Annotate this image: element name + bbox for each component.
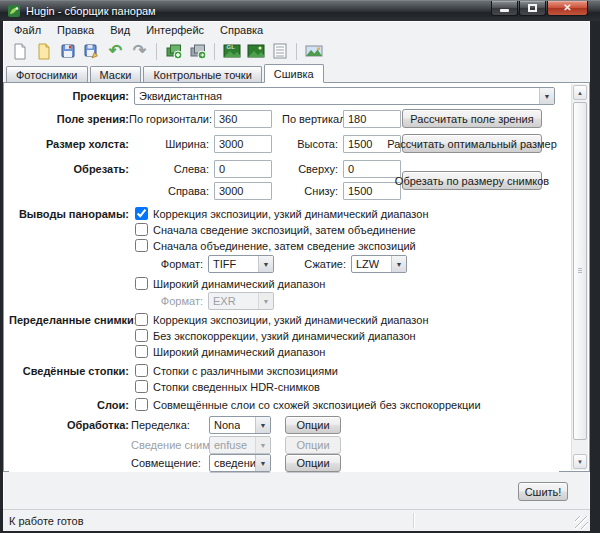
hugin-window: Hugin - сборщик панорам ✕ Файл Правка Ви… [0,0,600,533]
menu-interface[interactable]: Интерфейс [138,22,212,38]
minimize-button[interactable] [491,1,518,16]
crop-top-label: Сверху: [282,163,338,175]
fov-vertical-input[interactable] [343,110,401,128]
compression-combo[interactable]: LZW ▼ [351,255,407,273]
stacks-varied-exposure-checkbox[interactable] [135,364,148,377]
hdr-format-row: Формат: EXR ▼ [9,292,559,310]
toolbar-separator [214,43,215,60]
crop-bottom-input[interactable] [343,182,401,200]
gl-badge: GL [227,44,235,50]
output-hdr-checkbox[interactable] [135,277,148,290]
format-combo[interactable]: TIFF ▼ [208,255,274,273]
menu-bar: Файл Правка Вид Интерфейс Справка [3,21,590,39]
add-image-icon[interactable] [162,40,185,62]
fov-horizontal-label: По горизонтали: [129,113,209,125]
blender-combo[interactable]: сведение ▼ [209,454,271,472]
crop-right-input[interactable] [214,182,272,200]
panorama-preview-icon[interactable] [302,40,325,62]
output-exposure-corrected-checkbox[interactable] [135,207,148,220]
image-fusion-options-button: Опции [285,436,341,454]
menu-file[interactable]: Файл [6,22,49,38]
tab-masks[interactable]: Маски [90,66,142,82]
toolbar-separator [156,43,157,60]
open-project-icon[interactable] [32,40,55,62]
tab-photos[interactable]: Фотоснимки [6,66,88,82]
save-project-as-icon[interactable] [80,40,103,62]
close-icon: ✕ [563,3,571,13]
redo-icon[interactable]: ↷ [128,40,151,62]
chevron-down-icon: ▼ [255,417,270,433]
menu-edit[interactable]: Правка [49,22,102,38]
calculate-fov-button[interactable]: Рассчитать поле зрения [402,109,542,128]
menu-view[interactable]: Вид [102,22,138,38]
processing-label: Обработка: [9,419,129,431]
crop-top-input[interactable] [343,160,401,178]
crop-left-input[interactable] [214,160,272,178]
scrollbar-thumb[interactable] [573,102,587,440]
new-project-icon[interactable] [8,40,31,62]
save-project-icon[interactable] [56,40,79,62]
crop-to-images-button[interactable]: Обрезать по размеру снимков [402,171,542,190]
layers-similar-exposure-checkbox[interactable] [135,398,148,411]
processing-fusion-row: Сведение снимков: enfuse ▼ Опции [9,436,559,454]
toolbar: ↶ ↷ GL [3,39,590,63]
statusbar-separator [413,513,414,528]
format-label: Формат: [129,258,203,270]
remapper-options-button[interactable]: Опции [285,416,341,434]
tab-control-points[interactable]: Контрольные точки [143,66,261,82]
crop-right-label: Справа: [129,185,209,197]
remapped-exposure-corrected-checkbox[interactable] [135,313,148,326]
compression-label: Сжатие: [276,258,346,270]
fov-horizontal-input[interactable] [214,110,272,128]
processing-remapper-row: Обработка: Переделка: Nona ▼ Опции [9,416,559,434]
layers-label: Слои: [9,399,129,411]
menu-help[interactable]: Справка [212,22,271,38]
canvas-size-label: Размер холста: [9,138,129,150]
stacks-label: Сведённые стопки: [9,365,129,377]
scroll-up-arrow-icon[interactable]: ▲ [573,85,587,100]
window-title: Hugin - сборщик панорам [26,5,156,17]
window-controls: ✕ [490,1,588,16]
toolbar-separator [296,43,297,60]
remapper-combo[interactable]: Nona ▼ [209,416,271,434]
remapped-hdr-checkbox[interactable] [135,345,148,358]
undo-icon[interactable]: ↶ [104,40,127,62]
chevron-down-icon: ▼ [539,88,554,104]
canvas-height-label: Высота: [282,138,338,150]
stacks-fused-hdr-checkbox[interactable] [135,380,148,393]
output-fused-then-blended-checkbox[interactable] [135,223,148,236]
scroll-down-arrow-icon[interactable]: ▼ [573,454,587,469]
tab-stitcher[interactable]: Сшивка [264,64,324,83]
fov-vertical-label: По вертикали: [282,113,338,125]
remapped-no-correction-checkbox[interactable] [135,329,148,342]
gl-preview-icon[interactable]: GL [220,40,243,62]
status-text: К работе готов [9,515,84,527]
output-blended-then-fused-checkbox[interactable] [135,239,148,252]
maximize-button[interactable] [519,1,546,16]
add-time-series-icon[interactable] [186,40,209,62]
stacks-row-1: Сведённые стопки: Стопки с различными эк… [9,363,559,378]
chevron-down-icon: ▼ [258,293,273,309]
close-button[interactable]: ✕ [547,1,588,16]
canvas-width-input[interactable] [214,135,272,153]
window-body: Файл Правка Вид Интерфейс Справка ↶ ↷ [3,21,590,528]
fov-label: Поле зрения: [9,113,129,125]
fast-preview-icon[interactable] [244,40,267,62]
hdr-format-label: Формат: [129,295,203,307]
vertical-scrollbar[interactable]: ▲ ▼ [571,84,588,470]
remapped-row-3: Широкий динамический диапазон [9,344,559,359]
chevron-down-icon: ▼ [255,455,270,471]
stitch-button[interactable]: Сшить! [518,482,568,501]
resize-grip[interactable] [575,516,588,529]
scrollbar-grip-icon [578,268,582,273]
blender-options-button[interactable]: Опции [285,454,341,472]
format-row: Формат: TIFF ▼ Сжатие: LZW ▼ [9,255,559,273]
projection-combo[interactable]: Эквидистантная ▼ [134,87,555,105]
hugin-app-icon [7,4,21,18]
chevron-down-icon: ▼ [255,437,270,453]
crop-bottom-label: Снизу: [282,185,338,197]
title-bar[interactable]: Hugin - сборщик панорам ✕ [0,0,600,21]
outputs-row-1: Выводы панорамы: Коррекция экспозиции, у… [9,206,559,221]
calculate-optimal-size-button[interactable]: Рассчитать оптимальный размер [402,134,542,153]
control-points-list-icon[interactable] [268,40,291,62]
